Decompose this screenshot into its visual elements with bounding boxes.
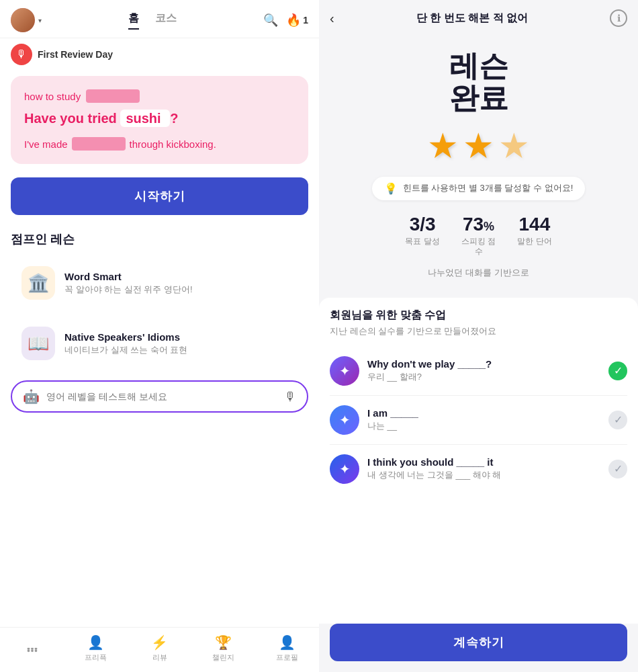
lesson-card-en-2: I am _____: [367, 407, 600, 419]
ai-level-input[interactable]: [46, 391, 277, 402]
avatar: [11, 8, 35, 32]
fire-icon: 🔥: [286, 13, 301, 28]
blurred-word-2: [72, 137, 126, 151]
info-button[interactable]: ℹ: [610, 9, 627, 27]
bottom-nav-challenge[interactable]: 🏆 챌린지: [191, 634, 255, 663]
tab-courses[interactable]: 코스: [155, 11, 177, 30]
stars-row: ★ ★ ★: [427, 126, 530, 166]
stat-goal: 3/3 목표 달성: [405, 214, 439, 257]
start-button[interactable]: 시작하기: [11, 177, 308, 215]
lesson-item-idioms[interactable]: 📖 Native Speakers' Idioms 네이티브가 실제 쓰는 숙어…: [11, 317, 308, 370]
lesson-subtitle: 네이티브가 실제 쓰는 숙어 표현: [64, 344, 187, 356]
blurred-word-1: [86, 89, 140, 103]
stats-note: 나누었던 대화를 기반으로: [428, 267, 529, 279]
lesson-card-ko-1: 우리 __ 할래?: [367, 371, 600, 383]
bottom-nav-label-review: 리뷰: [152, 653, 167, 663]
continue-button[interactable]: 계속하기: [330, 624, 627, 661]
card-study-line: how to study: [24, 89, 295, 103]
lesson-card-text-2: I am _____ 나는 __: [367, 407, 600, 432]
bottom-nav-home[interactable]: [0, 640, 64, 658]
stat-speaking-value: 73%: [463, 214, 494, 235]
stat-words-value: 144: [518, 214, 550, 235]
svg-point-2: [34, 649, 37, 652]
left-panel: ▾ 홈 코스 🔍 🔥 1 🎙 First Review Day how to s…: [0, 0, 319, 672]
hint-icon: 💡: [384, 182, 398, 195]
lesson-title: Native Speakers' Idioms: [64, 331, 187, 343]
custom-lesson-3[interactable]: ✦ I think you should _____ it 내 생각에 너는 그…: [330, 445, 627, 493]
ai-input-wrap[interactable]: 🤖 🎙: [11, 380, 308, 413]
bottom-nav: 👤 프리픅 ⚡ 리뷰 🏆 챌린지 👤 프로필: [0, 627, 319, 672]
robot-icon: 🤖: [23, 388, 40, 405]
svg-point-1: [31, 649, 34, 652]
streak-count: 1: [303, 15, 308, 26]
home-icon: [25, 640, 40, 658]
star-3: ★: [498, 126, 530, 166]
right-panel: ‹ 단 한 번도 해본 적 없어 ℹ 레슨완료 ★ ★ ★ 💡 힌트를 사용하면…: [319, 0, 638, 672]
lesson-card-en-3: I think you should _____ it: [367, 456, 600, 468]
back-button[interactable]: ‹: [330, 11, 334, 26]
bottom-nav-label-challenge: 챌린지: [212, 653, 234, 663]
stat-goal-value: 3/3: [410, 214, 436, 235]
custom-lesson-2[interactable]: ✦ I am _____ 나는 __ ✓: [330, 396, 627, 445]
jumpin-section-title: 점프인 레슨: [0, 223, 319, 253]
avatar-image: [11, 8, 35, 32]
main-sentence-prefix: Have you tried: [24, 111, 117, 126]
star-2: ★: [463, 126, 494, 166]
stat-goal-label: 목표 달성: [405, 237, 439, 247]
lesson-subtitle: 꼭 알아야 하는 실전 위주 영단어!: [64, 284, 193, 296]
lesson-card-icon-2: ✦: [330, 405, 359, 435]
svg-rect-4: [31, 647, 34, 649]
custom-lessons-section: 회원님을 위한 맞춤 수업 지난 레슨의 실수를 기반으로 만들어졌어요 ✦ W…: [319, 298, 638, 624]
study-prefix: how to study: [24, 91, 81, 102]
second-line-prefix: I've made: [24, 138, 68, 150]
main-sentence-suffix: ?: [170, 111, 178, 126]
hint-warning: 💡 힌트를 사용하면 별 3개를 달성할 수 없어요!: [372, 177, 586, 200]
right-panel-title: 단 한 번도 해본 적 없어: [416, 11, 528, 26]
lesson-title: Word Smart: [64, 271, 193, 282]
svg-rect-3: [27, 647, 30, 649]
svg-rect-5: [34, 647, 37, 649]
bottom-nav-review[interactable]: ⚡ 리뷰: [128, 634, 191, 663]
bottom-nav-account[interactable]: 👤 프로필: [255, 634, 319, 663]
idioms-icon: 📖: [21, 327, 55, 360]
bottom-nav-profile[interactable]: 👤 프리픅: [64, 634, 128, 663]
star-1: ★: [427, 126, 459, 166]
stat-words-label: 말한 단어: [517, 237, 551, 247]
tab-home[interactable]: 홈: [128, 11, 139, 30]
lesson-card-ko-2: 나는 __: [367, 420, 600, 432]
search-icon[interactable]: 🔍: [263, 13, 278, 28]
lesson-text: Word Smart 꼭 알아야 하는 실전 위주 영단어!: [64, 271, 193, 296]
top-nav: ▾ 홈 코스 🔍 🔥 1: [0, 0, 319, 38]
microphone-icon[interactable]: 🎙: [284, 390, 296, 404]
lesson-item-word-smart[interactable]: 🏛️ Word Smart 꼭 알아야 하는 실전 위주 영단어!: [11, 257, 308, 309]
review-banner-text: First Review Day: [38, 49, 113, 60]
nav-tabs: 홈 코스: [128, 11, 177, 30]
lesson-card-check-3: ✓: [608, 460, 627, 478]
stat-speaking: 73% 스피킹 점수: [461, 214, 496, 257]
lesson-text: Native Speakers' Idioms 네이티브가 실제 쓰는 숙어 표…: [64, 331, 187, 356]
svg-point-0: [27, 649, 30, 652]
main-card: how to study Have you tried sushi ? I've…: [11, 76, 308, 164]
card-main-sentence: Have you tried sushi ?: [24, 111, 295, 126]
lesson-card-en-1: Why don't we play _____?: [367, 358, 600, 370]
bottom-nav-label-profile: 프리픅: [85, 653, 107, 663]
second-line-suffix: through kickboxing.: [130, 138, 216, 150]
review-banner: 🎙 First Review Day: [0, 38, 319, 71]
profile-icon: 👤: [87, 634, 104, 650]
hint-warning-text: 힌트를 사용하면 별 3개를 달성할 수 없어요!: [403, 182, 574, 194]
custom-lessons-subtitle: 지난 레슨의 실수를 기반으로 만들어졌어요: [330, 325, 627, 337]
nav-right: 🔍 🔥 1: [263, 13, 308, 28]
word-smart-icon: 🏛️: [21, 266, 55, 300]
mic-icon: 🎙: [11, 44, 32, 65]
lesson-card-check-2: ✓: [608, 411, 627, 429]
lesson-card-icon-3: ✦: [330, 454, 359, 484]
account-icon: 👤: [279, 634, 295, 650]
sushi-highlight: sushi: [120, 110, 170, 127]
avatar-wrap[interactable]: ▾: [11, 8, 42, 32]
stat-speaking-label: 스피킹 점수: [461, 237, 496, 257]
custom-lessons-title: 회원님을 위한 맞춤 수업: [330, 308, 627, 323]
lesson-complete-section: 레슨완료 ★ ★ ★ 💡 힌트를 사용하면 별 3개를 달성할 수 없어요! 3…: [319, 36, 638, 298]
lesson-card-text-3: I think you should _____ it 내 생각에 너는 그것을…: [367, 456, 600, 481]
lesson-card-ko-3: 내 생각에 너는 그것을 ___ 해야 해: [367, 469, 600, 481]
custom-lesson-1[interactable]: ✦ Why don't we play _____? 우리 __ 할래? ✓: [330, 347, 627, 396]
